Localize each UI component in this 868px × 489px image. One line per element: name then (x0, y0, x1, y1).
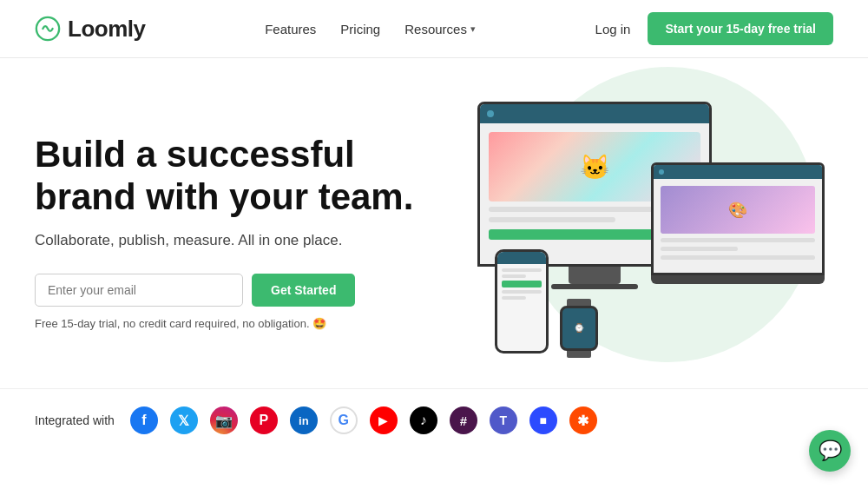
hero-content: Build a successful brand with your team.… (35, 134, 434, 330)
integrations-label: Integrated with (35, 413, 115, 427)
logo-icon (35, 16, 61, 42)
hero-illustration: 🐱 🎨 (451, 93, 833, 371)
phone-device (495, 249, 549, 354)
chat-bubble-button[interactable]: 💬 (809, 430, 851, 472)
zapier-icon[interactable]: ✱ (569, 406, 597, 434)
linkedin-icon[interactable]: in (290, 406, 318, 434)
slack-icon[interactable]: # (450, 406, 477, 434)
login-link[interactable]: Log in (595, 22, 631, 36)
watch-device: ⌚ (560, 299, 598, 358)
start-trial-button[interactable]: Start your 15-day free trial (648, 12, 833, 45)
buffer-icon[interactable]: ■ (529, 406, 557, 434)
pinterest-icon[interactable]: P (250, 406, 278, 434)
youtube-icon[interactable]: ▶ (370, 406, 398, 434)
hero-subtitle: Collaborate, publish, measure. All in on… (35, 232, 434, 249)
email-input[interactable] (35, 274, 243, 307)
tiktok-icon[interactable]: ♪ (410, 406, 437, 434)
nav-pricing[interactable]: Pricing (340, 22, 380, 36)
trial-note: Free 15-day trial, no credit card requir… (35, 317, 434, 330)
laptop-device: 🎨 (651, 162, 825, 284)
hero-title: Build a successful brand with your team. (35, 134, 434, 218)
integrations-bar: Integrated with f 𝕏 📷 P in G ▶ ♪ # T ■ ✱ (0, 388, 868, 455)
main-nav: Features Pricing Resources ▾ (265, 22, 476, 36)
facebook-icon[interactable]: f (130, 406, 158, 434)
google-icon[interactable]: G (330, 406, 358, 434)
logo-text: Loomly (68, 16, 145, 43)
get-started-button[interactable]: Get Started (252, 274, 355, 307)
chevron-down-icon: ▾ (470, 23, 476, 35)
teams-icon[interactable]: T (490, 406, 517, 434)
nav-resources[interactable]: Resources ▾ (404, 22, 476, 36)
laptop-image: 🎨 (661, 186, 815, 234)
site-header: Loomly Features Pricing Resources ▾ Log … (0, 0, 868, 58)
hero-form: Get Started (35, 274, 434, 307)
twitter-icon[interactable]: 𝕏 (170, 406, 198, 434)
instagram-icon[interactable]: 📷 (210, 406, 238, 434)
logo[interactable]: Loomly (35, 16, 145, 43)
hero-section: Build a successful brand with your team.… (0, 58, 868, 388)
header-actions: Log in Start your 15-day free trial (595, 12, 833, 45)
monitor-dot (487, 110, 494, 117)
laptop-dot (659, 169, 664, 175)
nav-features[interactable]: Features (265, 22, 316, 36)
integration-icons: f 𝕏 📷 P in G ▶ ♪ # T ■ ✱ (130, 406, 597, 434)
chat-icon: 💬 (819, 439, 842, 462)
